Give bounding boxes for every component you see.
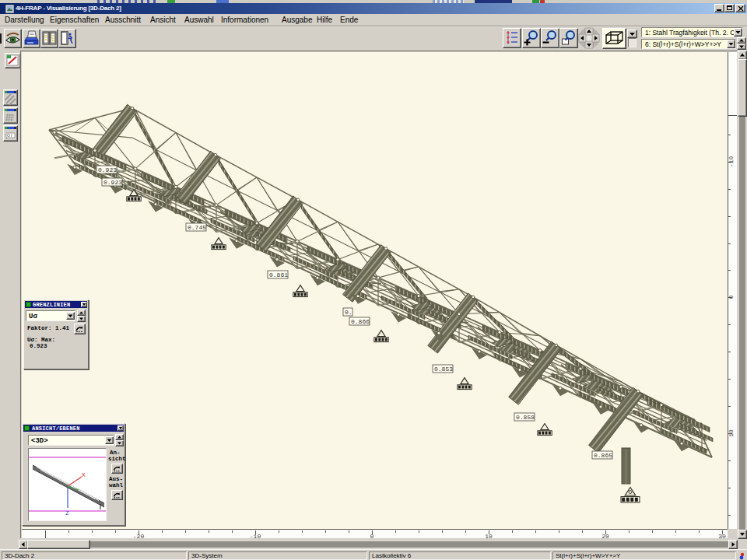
- svg-text:0.923: 0.923: [103, 179, 122, 186]
- svg-text:0.865: 0.865: [594, 452, 612, 459]
- svg-text:Z: Z: [65, 509, 69, 516]
- svg-text:0.: 0.: [345, 309, 352, 316]
- svg-text:0.923: 0.923: [98, 166, 117, 173]
- svg-text:0.858: 0.858: [516, 414, 535, 421]
- svg-text:0.861: 0.861: [269, 271, 288, 278]
- svg-text:X: X: [82, 471, 86, 478]
- svg-text:0.745: 0.745: [188, 224, 206, 231]
- svg-text:0.853: 0.853: [434, 366, 453, 373]
- svg-text:0.866: 0.866: [351, 318, 370, 325]
